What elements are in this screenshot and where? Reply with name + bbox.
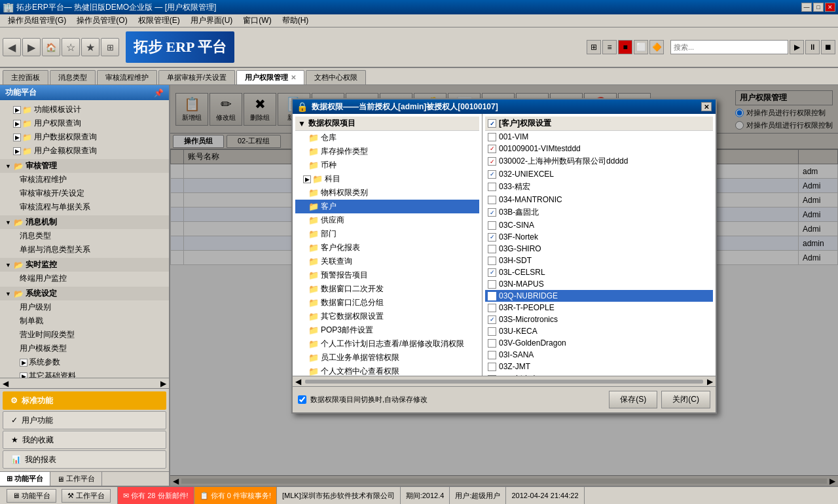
left-tree-item-related-query[interactable]: 📁 关联查询 [295, 255, 479, 268]
sidebar-item-audit-flow[interactable]: 审核流程维护 [0, 173, 169, 187]
right-list-item-shanghai[interactable]: ✓ 030002-上海神州数码有限公司ddddd [485, 154, 713, 168]
left-tree-item-warehouse[interactable]: 📁 仓库 [295, 131, 479, 145]
func-platform-tab[interactable]: 🖥 功能平台 [7, 489, 56, 503]
view-btn-5[interactable]: 🔶 [649, 40, 664, 54]
item-check-icon[interactable]: ✓ [488, 268, 496, 277]
sidebar-item-message-relation[interactable]: 单据与消息类型关系 [0, 243, 169, 257]
tab-audit-setting[interactable]: 单据审核开/关设置 [158, 70, 235, 84]
home-button[interactable]: 🏠 [42, 38, 60, 56]
right-list-item-jinghong[interactable]: 033-精宏 [485, 180, 713, 194]
star-button[interactable]: ☆ [62, 38, 80, 56]
tab-close-icon[interactable]: ✕ [291, 74, 296, 81]
stop-btn[interactable]: ⏹ [821, 40, 835, 54]
right-list-item-vimtest[interactable]: ✓ 001009001-VIMtestddd [485, 143, 713, 154]
item-check-icon[interactable] [488, 257, 496, 265]
sidebar-item-sys-params[interactable]: ▶ 系统参数 [0, 355, 169, 369]
tab-audit-flow[interactable]: 审核流程维护 [97, 70, 157, 84]
expand-icon[interactable]: ▶ [13, 120, 21, 128]
sidebar-item-terminal-monitor[interactable]: 终端用户监控 [0, 272, 169, 285]
autosave-checkbox[interactable] [298, 395, 306, 404]
right-list-item-nortek[interactable]: ✓ 03F-Nortek [485, 231, 713, 243]
sidebar-item-user-data-perm[interactable]: ▶ 📁 用户数据权限查询 [0, 130, 169, 144]
expand-icon[interactable]: ▶ [20, 359, 27, 367]
sidebar-btn-user[interactable]: ✓ 用户功能 [3, 411, 166, 429]
sidebar-group-message[interactable]: ▼ 📂 消息机制 [0, 215, 169, 229]
item-check-icon[interactable]: ✓ [488, 208, 496, 217]
sidebar-item-user-template[interactable]: 用户模板类型 [0, 342, 169, 355]
left-tree-item-currency[interactable]: 📁 币种 [295, 158, 479, 172]
item-check-icon[interactable]: ✓ [488, 170, 496, 179]
item-check-icon[interactable] [488, 196, 496, 204]
menu-permissions[interactable]: 权限管理(E) [133, 14, 185, 27]
item-check-icon[interactable] [488, 363, 496, 371]
right-list-item-xingubei[interactable]: ✓ 03B-鑫固北 [485, 206, 713, 219]
expand-icon[interactable]: ▶ [303, 175, 311, 183]
item-check-icon[interactable]: ✓ [488, 233, 496, 242]
sidebar-group-system[interactable]: ▼ 📂 系统设定 [0, 287, 169, 300]
scroll-left-icon[interactable]: ◀ [3, 379, 9, 388]
item-check-icon[interactable] [488, 221, 496, 230]
expand-icon[interactable]: ▶ [20, 372, 27, 378]
left-tree-item-pop3[interactable]: 📁 POP3邮件设置 [295, 323, 479, 337]
tab-user-permissions[interactable]: 用户权限管理 ✕ [236, 70, 304, 84]
right-list-item-sina[interactable]: 03C-SINA [485, 219, 713, 231]
sidebar-tab-function[interactable]: ⊞ 功能平台 [0, 472, 50, 486]
item-check-icon[interactable] [488, 339, 496, 348]
pause-btn[interactable]: ⏸ [805, 40, 820, 54]
sidebar-scroll-bar[interactable]: ◀ ▶ [0, 378, 169, 388]
sidebar-tab-work[interactable]: 🖥 工作平台 [50, 472, 102, 486]
close-button[interactable]: ✕ [825, 3, 835, 12]
view-btn-2[interactable]: ≡ [602, 40, 617, 54]
left-tree-item-material-type[interactable]: 📁 物料权限类别 [295, 186, 479, 200]
right-list-item-keca[interactable]: 03U-KECA [485, 325, 713, 337]
sidebar-item-stamp[interactable]: 制单戳 [0, 314, 169, 328]
item-check-icon[interactable] [488, 133, 496, 141]
left-tree-item-warning[interactable]: 📁 预警报告项目 [295, 268, 479, 282]
sidebar-item-audit-relation[interactable]: 审核流程与单据关系 [0, 200, 169, 214]
star2-button[interactable]: ★ [81, 38, 100, 56]
item-check-icon[interactable] [488, 304, 496, 312]
sidebar-item-message-type[interactable]: 消息类型 [0, 229, 169, 243]
status-email[interactable]: ✉ 你有 28 份新邮件! [118, 487, 194, 504]
right-list-item-mapus[interactable]: 03N-MAPUS [485, 278, 713, 290]
sidebar-item-user-level[interactable]: 用户级别 [0, 300, 169, 314]
left-tree-item-doc-view[interactable]: 📁 个人文档中心查看权限 [295, 365, 479, 376]
sidebar-group-audit[interactable]: ▼ 📂 审核管理 [0, 159, 169, 173]
view-btn-4[interactable]: ⬜ [634, 40, 648, 54]
view-btn-3[interactable]: ■ [618, 40, 632, 54]
right-list-item-vim[interactable]: 001-VIM [485, 131, 713, 143]
expand-icon[interactable]: ▶ [13, 106, 21, 114]
left-tree-item-dept[interactable]: 📁 部门 [295, 227, 479, 241]
left-tree-item-stock-type[interactable]: 📁 库存操作类型 [295, 145, 479, 158]
right-list-item-goldendragon[interactable]: 03V-GoldenDragon [485, 337, 713, 349]
tab-main-panel[interactable]: 主控面板 [3, 70, 48, 84]
sidebar-item-business-hours[interactable]: 营业时间段类型 [0, 328, 169, 342]
expand-all-icon[interactable]: ▼ [298, 119, 306, 128]
apps-button[interactable]: ⊞ [101, 38, 119, 56]
expand-icon[interactable]: ▶ [13, 147, 21, 155]
work-platform-tab[interactable]: ⚒ 工作平台 [62, 489, 111, 503]
left-tree-item-customer[interactable]: 📁 客户 [295, 200, 479, 213]
right-list-item-tpeople[interactable]: 03R-T-PEOPLE [485, 302, 713, 314]
sidebar-item-user-perm-query[interactable]: ▶ 📁 用户权限查询 [0, 117, 169, 130]
left-tree-item-other-data[interactable]: 📁 其它数据权限设置 [295, 310, 479, 323]
item-check-icon[interactable] [488, 280, 496, 289]
scroll-right-icon[interactable]: ▶ [160, 379, 166, 388]
right-list-item-uniexcel[interactable]: ✓ 032-UNIEXCEL [485, 168, 713, 180]
item-check-icon[interactable] [488, 351, 496, 359]
view-btn-1[interactable]: ⊞ [587, 40, 601, 54]
modal-h-scroll[interactable]: ◀ ▶ [293, 376, 716, 386]
sidebar-item-basic-data[interactable]: ▶ 其它基础资料 [0, 369, 169, 378]
left-tree-item-custom-report[interactable]: 📁 客户化报表 [295, 241, 479, 255]
item-check-icon[interactable] [488, 327, 496, 336]
expand-icon[interactable]: ▶ [13, 134, 21, 141]
left-tree-item-employee-perm[interactable]: 📁 员工业务单据管辖权限 [295, 351, 479, 365]
item-check-icon[interactable]: ✓ [488, 315, 496, 324]
sidebar-btn-reports[interactable]: 📊 我的报表 [3, 450, 166, 469]
sidebar-btn-favorites[interactable]: ★ 我的收藏 [3, 431, 166, 449]
search-input[interactable] [670, 40, 788, 54]
menu-operator-manage[interactable]: 操作员管理(O) [71, 14, 132, 27]
modal-close-x-button[interactable]: ✕ [701, 102, 712, 111]
sidebar-btn-standard[interactable]: ⚙ 标准功能 [3, 391, 166, 410]
modal-save-button[interactable]: 保存(S) [609, 391, 657, 408]
